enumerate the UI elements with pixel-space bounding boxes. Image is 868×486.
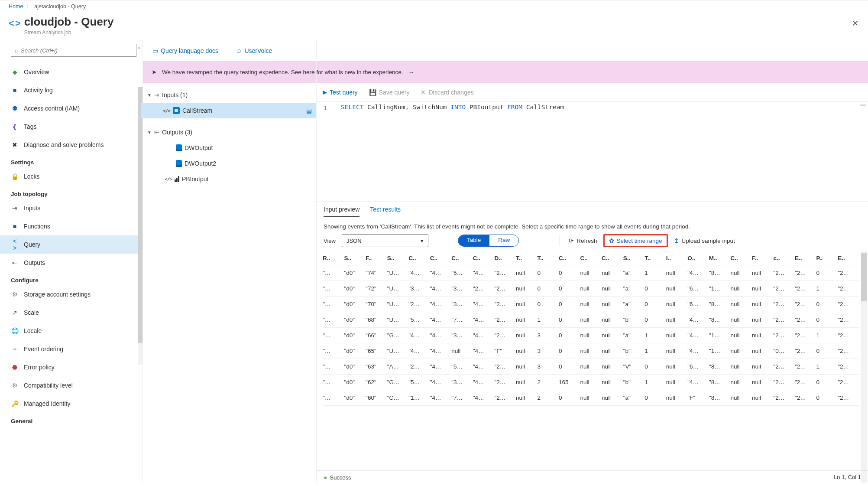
search-input[interactable] [21,47,133,54]
sidebar-item-inputs[interactable]: ⇥Inputs [11,199,138,217]
table-row[interactable]: "…"d0""60""C…"1…"4…"7…"4…"2…null20nullnu… [323,390,859,406]
table-header[interactable]: F.. [752,251,774,265]
table-header[interactable]: T.. [537,251,559,265]
discard-changes-button[interactable]: ✕ Discard changes [421,89,473,96]
sidebar-item-outputs[interactable]: ⇤Outputs [11,254,138,272]
table-cell: "4… [687,375,709,390]
page-subtitle: Stream Analytics job [24,29,114,36]
table-header[interactable]: D.. [494,251,516,265]
pill-table[interactable]: Table [458,235,489,246]
table-row[interactable]: "…"d0""74""U…"4…"4…"5…"4…"2…null00nullnu… [323,265,859,281]
sidebar-item-locks[interactable]: 🔒Locks [11,167,138,186]
table-header[interactable]: C.. [408,251,430,265]
sidebar-item-error-policy[interactable]: ⬣Error policy [11,358,138,376]
sidebar-item-storage-account-settings[interactable]: ⚙Storage account settings [11,285,138,303]
test-query-button[interactable]: ▶ Test query [323,89,358,96]
breadcrumb-home[interactable]: Home [9,3,23,10]
sidebar-item-compatibility-level[interactable]: ⚙Compatibility level [11,376,138,395]
table-raw-toggle[interactable]: Table Raw [458,235,519,247]
nav-icon: 🔒 [11,173,19,180]
table-header[interactable]: T.. [645,251,666,265]
table-cell: "2… [773,359,795,375]
search-input-wrapper[interactable]: ⌕ [11,44,136,57]
code-icon: </> [165,176,172,182]
sidebar-item-managed-identity[interactable]: 🔑Managed Identity [11,395,138,413]
sidebar-item-locale[interactable]: 🌐Locale [11,322,138,340]
pill-raw[interactable]: Raw [489,235,518,246]
sidebar-item-diagnose-and-solve-problems[interactable]: ✖Diagnose and solve problems [11,136,138,154]
sidebar-item-event-ordering[interactable]: ≡Event ordering [11,340,138,358]
close-icon[interactable]: ✕ [852,19,858,28]
table-cell: "2… [494,328,516,343]
table-row[interactable]: "…"d0""63""A…"2…"4…"5…"4…"2…null30nullnu… [323,359,859,375]
nav-icon: 🔑 [11,400,19,407]
view-format-select[interactable]: JSON ▾ [342,234,428,247]
sidebar-scrollbar[interactable] [138,87,143,365]
table-row[interactable]: "…"d0""72""U…"3…"4…"3…"2…"2…null00nullnu… [323,281,859,297]
sidebar-item-activity-log[interactable]: ■Activity log [11,81,138,99]
output-group-icon: ⇤ [154,129,159,136]
select-time-range-button[interactable]: ✿ Select time range [609,237,662,244]
table-header[interactable]: C.. [559,251,580,265]
sidebar-item-scale[interactable]: ↗Scale [11,303,138,322]
sidebar-item-access-control-iam-[interactable]: ⚉Access control (IAM) [11,99,138,117]
nav-icon: ⬣ [11,364,19,371]
document-icon[interactable]: ▤ [306,107,312,114]
sidebar-item-functions[interactable]: ■Functions [11,217,138,235]
table-header[interactable]: F.. [366,251,387,265]
code-editor[interactable]: 1 SELECT CallingNum, SwitchNum INTO PBIo… [317,102,868,202]
tree-item-dwoutput2[interactable]: DWOutput2 [146,156,312,171]
table-header[interactable]: R.. [323,251,344,265]
tree-item-pbioutput[interactable]: </> PBIoutput [146,171,312,187]
sidebar-item-label: Locale [24,327,42,334]
table-header[interactable]: I.. [666,251,688,265]
tree-outputs-node[interactable]: ▼ ⇤ Outputs (3) [146,124,312,140]
table-row[interactable]: "…"d0""68""U…"5…"4…"7…"4…"2…null10nullnu… [323,312,859,328]
table-header[interactable]: P.. [816,251,838,265]
sidebar-item-query[interactable]: < >Query [0,235,143,254]
table-header[interactable]: S.. [344,251,366,265]
table-header[interactable]: C.. [451,251,473,265]
query-language-docs-link[interactable]: ▭ Query language docs [152,47,218,54]
sidebar-item-overview[interactable]: ◆Overview [11,63,138,81]
table-cell: "4… [473,343,495,359]
table-header[interactable]: S.. [623,251,645,265]
nav-icon: ⚙ [11,382,19,389]
table-header[interactable]: C.. [580,251,602,265]
table-header[interactable]: E.. [838,251,859,265]
upload-sample-button[interactable]: ↥ Upload sample input [674,237,735,244]
table-cell: "3… [408,281,430,297]
table-header[interactable]: O.. [687,251,709,265]
select-time-range-highlight: ✿ Select time range [603,234,668,247]
table-header[interactable]: T.. [516,251,538,265]
tab-test-results[interactable]: Test results [370,206,401,217]
table-cell: "… [323,281,344,297]
sidebar-item-tags[interactable]: ❰Tags [11,117,138,136]
table-cell: "2… [494,281,516,297]
table-header[interactable]: C.. [473,251,495,265]
save-query-button[interactable]: 💾 Save query [369,89,410,96]
table-cell: "d0" [344,312,366,328]
tab-input-preview[interactable]: Input preview [324,206,360,217]
table-header[interactable]: C.. [730,251,752,265]
refresh-button[interactable]: ⟳ Refresh [569,237,597,244]
tree-item-dwoutput[interactable]: DWOutput [146,140,312,156]
table-cell: "4… [473,297,495,312]
table-row[interactable]: "…"d0""62""G…"5…"4…"3…"4…"2…null2165null… [323,375,859,390]
table-cell: "2… [838,297,859,312]
table-scrollbar[interactable] [861,251,867,483]
table-header[interactable]: E.. [795,251,816,265]
table-header[interactable]: S.. [387,251,409,265]
table-row[interactable]: "…"d0""70""U…"2…"4…"3…"4…"2…null00nullnu… [323,297,859,312]
tree-inputs-node[interactable]: ▼ ⇥ Inputs (1) [146,87,312,103]
table-row[interactable]: "…"d0""65""U…"4…"4…null"4…"F"null30nulln… [323,343,859,359]
table-header[interactable]: C.. [602,251,623,265]
table-header[interactable]: C.. [430,251,452,265]
uservoice-link[interactable]: ☺ UserVoice [236,47,272,54]
table-cell: "3… [451,281,473,297]
minimap[interactable] [858,102,868,201]
table-header[interactable]: c.. [773,251,795,265]
table-row[interactable]: "…"d0""66""G…"4…"4…"3…"4…"2…null30nullnu… [323,328,859,343]
table-header[interactable]: M.. [709,251,731,265]
tree-item-callstream[interactable]: </> CallStream ▤ [141,103,316,118]
